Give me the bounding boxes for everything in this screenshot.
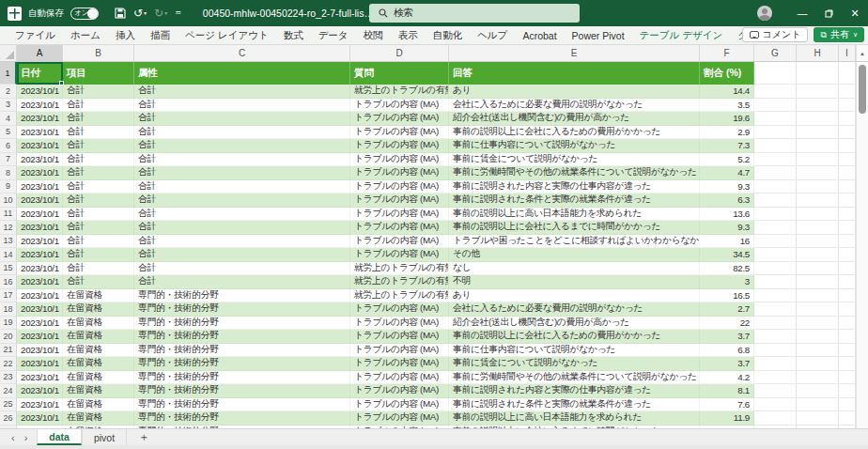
- table-header-D1[interactable]: 質問: [350, 62, 449, 85]
- row-header-1[interactable]: 1: [0, 62, 17, 85]
- cell-C13[interactable]: 合計: [134, 235, 350, 249]
- cell-B20[interactable]: 在留資格: [63, 330, 134, 344]
- cell-C11[interactable]: 合計: [134, 208, 350, 222]
- cell-B26[interactable]: 在留資格: [63, 411, 134, 426]
- cell-I16[interactable]: [839, 275, 856, 289]
- cell-I27[interactable]: [839, 426, 856, 429]
- cell-D17[interactable]: 就労上のトラブルの有無: [350, 289, 449, 303]
- ribbon-tab-11[interactable]: Acrobat: [515, 30, 564, 41]
- autosave-toggle[interactable]: オン: [70, 8, 99, 20]
- save-icon[interactable]: [113, 7, 128, 20]
- cell-C7[interactable]: 合計: [134, 153, 350, 167]
- column-header-E[interactable]: E: [449, 45, 700, 61]
- cell-F14[interactable]: 34.5: [700, 248, 754, 262]
- cell-A7[interactable]: 2023/10/1: [17, 153, 63, 167]
- cell-I1[interactable]: [839, 62, 856, 85]
- cell-H12[interactable]: [797, 221, 839, 235]
- ribbon-tab-8[interactable]: 表示: [391, 29, 426, 42]
- cell-I20[interactable]: [839, 330, 856, 344]
- cell-E15[interactable]: なし: [449, 262, 700, 276]
- cell-I25[interactable]: [839, 398, 856, 412]
- cell-A11[interactable]: 2023/10/1: [17, 208, 63, 222]
- cell-A21[interactable]: 2023/10/1: [17, 344, 63, 358]
- cell-H26[interactable]: [797, 411, 839, 426]
- share-button[interactable]: ⧉ 共有 ∨: [814, 27, 864, 42]
- cell-D26[interactable]: トラブルの内容 (MA): [350, 411, 449, 426]
- select-all-corner[interactable]: [0, 45, 17, 61]
- cell-D19[interactable]: トラブルの内容 (MA): [350, 317, 449, 331]
- cell-E10[interactable]: 事前に説明された条件と実際の就業条件が違った: [449, 194, 700, 208]
- cell-G22[interactable]: [754, 357, 797, 371]
- cell-F8[interactable]: 4.7: [700, 166, 754, 180]
- cell-I4[interactable]: [839, 112, 856, 126]
- cell-C16[interactable]: 合計: [134, 275, 350, 289]
- cell-E6[interactable]: 事前に仕事内容について説明がなかった: [449, 139, 700, 153]
- cell-A15[interactable]: 2023/10/1: [17, 262, 63, 276]
- cell-G14[interactable]: [754, 248, 797, 262]
- cell-I12[interactable]: [839, 221, 856, 235]
- cell-A8[interactable]: 2023/10/1: [17, 166, 63, 180]
- cell-A25[interactable]: 2023/10/1: [17, 398, 63, 412]
- sheet-nav-prev-icon[interactable]: ‹: [11, 432, 15, 443]
- cell-G8[interactable]: [754, 166, 797, 180]
- cell-H25[interactable]: [797, 398, 839, 412]
- cell-I8[interactable]: [839, 166, 856, 180]
- cell-B12[interactable]: 合計: [63, 221, 134, 235]
- row-header-7[interactable]: 7: [0, 153, 17, 167]
- cell-C17[interactable]: 専門的・技術的分野: [134, 289, 350, 303]
- cell-B11[interactable]: 合計: [63, 208, 134, 222]
- column-header-F[interactable]: F: [700, 45, 754, 61]
- cell-B23[interactable]: 在留資格: [63, 371, 134, 385]
- cell-D18[interactable]: トラブルの内容 (MA): [350, 302, 449, 317]
- cell-H4[interactable]: [797, 112, 839, 126]
- close-button[interactable]: ✕: [842, 0, 868, 26]
- cell-H5[interactable]: [797, 126, 839, 140]
- row-header-13[interactable]: 13: [0, 235, 17, 249]
- cell-B10[interactable]: 合計: [63, 194, 134, 208]
- cell-D23[interactable]: トラブルの内容 (MA): [350, 371, 449, 385]
- ribbon-tab-3[interactable]: 描画: [143, 29, 178, 42]
- cell-I17[interactable]: [839, 289, 856, 303]
- row-header-25[interactable]: 25: [0, 398, 17, 412]
- cell-B15[interactable]: 合計: [63, 262, 134, 276]
- cell-F13[interactable]: 16: [700, 235, 754, 249]
- ribbon-tab-2[interactable]: 挿入: [108, 29, 143, 42]
- cell-B7[interactable]: 合計: [63, 153, 134, 167]
- row-header-5[interactable]: 5: [0, 126, 17, 140]
- cell-H9[interactable]: [797, 180, 839, 194]
- table-header-C1[interactable]: 属性: [134, 62, 350, 85]
- qat-customize-icon[interactable]: ≂: [173, 8, 183, 18]
- cell-B24[interactable]: 在留資格: [63, 384, 134, 398]
- sheet-nav-next-icon[interactable]: ›: [24, 432, 28, 443]
- ribbon-tab-6[interactable]: データ: [311, 29, 356, 42]
- row-header-19[interactable]: 19: [0, 317, 17, 331]
- ribbon-tab-9[interactable]: 自動化: [426, 29, 471, 42]
- ribbon-tab-13[interactable]: テーブル デザイン: [632, 29, 731, 42]
- scroll-up-icon[interactable]: ▲: [856, 45, 868, 61]
- cell-D12[interactable]: トラブルの内容 (MA): [350, 221, 449, 235]
- table-header-E1[interactable]: 回答: [449, 62, 700, 85]
- cell-F6[interactable]: 7.3: [700, 139, 754, 153]
- cell-G11[interactable]: [754, 208, 797, 222]
- cell-H3[interactable]: [797, 99, 839, 113]
- cell-B8[interactable]: 合計: [63, 166, 134, 180]
- cell-G7[interactable]: [754, 153, 797, 167]
- column-header-B[interactable]: B: [63, 45, 134, 61]
- cell-G21[interactable]: [754, 344, 797, 358]
- ribbon-tab-7[interactable]: 校閲: [356, 29, 391, 42]
- cell-H13[interactable]: [797, 235, 839, 249]
- cell-G17[interactable]: [754, 289, 797, 303]
- cell-H14[interactable]: [797, 248, 839, 262]
- column-header-D[interactable]: D: [350, 45, 449, 61]
- cell-A9[interactable]: 2023/10/1: [17, 180, 63, 194]
- cell-A6[interactable]: 2023/10/1: [17, 139, 63, 153]
- row-header-26[interactable]: 26: [0, 411, 17, 426]
- cell-A18[interactable]: 2023/10/1: [17, 302, 63, 317]
- row-header-8[interactable]: 8: [0, 166, 17, 180]
- cell-F20[interactable]: 3.7: [700, 330, 754, 344]
- cell-D9[interactable]: トラブルの内容 (MA): [350, 180, 449, 194]
- cell-C9[interactable]: 合計: [134, 180, 350, 194]
- cell-D3[interactable]: トラブルの内容 (MA): [350, 99, 449, 113]
- cell-I26[interactable]: [839, 411, 856, 426]
- cell-E11[interactable]: 事前の説明以上に高い日本語能力を求められた: [449, 208, 700, 222]
